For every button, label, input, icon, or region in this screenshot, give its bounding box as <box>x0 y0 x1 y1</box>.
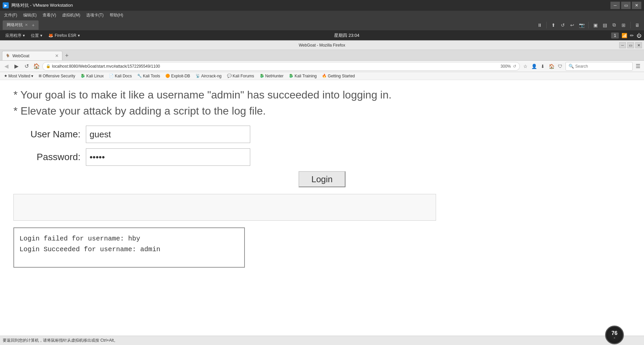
ff-win-controls: ─ ▭ ✕ <box>619 42 642 48</box>
login-button[interactable]: Login <box>299 171 345 187</box>
toolbar-pause-icon[interactable]: ⏸ <box>536 21 544 29</box>
toolbar-view3-icon[interactable]: ⧉ <box>610 21 618 29</box>
tab-favicon: 🐐 <box>6 54 10 58</box>
ff-reload-url-btn[interactable]: ↺ <box>513 64 516 69</box>
ff-menu-icon[interactable]: ☰ <box>634 62 642 70</box>
network-icon: 📶 <box>622 33 627 38</box>
ff-search-container: 🔍 <box>566 62 633 71</box>
bookmark-most-visited[interactable]: ★ Most Visited▾ <box>2 73 35 79</box>
apps-label: 应用程序 <box>5 33 21 39</box>
username-input[interactable] <box>86 126 250 143</box>
ff-zoom-level: 300% <box>498 64 513 69</box>
star-icon: ★ <box>4 74 7 78</box>
vm-tab-label: 网络对抗 <box>7 22 23 28</box>
menu-help[interactable]: 帮助(H) <box>107 12 126 19</box>
password-label: Password: <box>13 152 80 162</box>
toolbar-back-icon[interactable]: ↩ <box>568 21 576 29</box>
ff-reload-btn[interactable]: ↺ <box>22 62 31 71</box>
toolbar-sep-3 <box>630 22 631 28</box>
bookmark-kali-tools[interactable]: 🔧 Kali Tools <box>135 73 162 79</box>
bookmark-kali-docs[interactable]: 📄 Kali Docs <box>107 73 134 79</box>
menu-vm[interactable]: 虚拟机(M) <box>59 12 83 19</box>
bookmark-kali-forums[interactable]: 💬 Kali Forums <box>225 73 256 79</box>
ff-back-btn[interactable]: ◀ <box>2 62 11 71</box>
sys-panel-left: 应用程序 ▾ 位置 ▾ 🦊 Firefox ESR ▾ <box>3 32 83 39</box>
ff-profile-icon[interactable]: 👤 <box>530 62 538 70</box>
power-icon[interactable]: ⏻ <box>637 33 641 38</box>
page-content: * Your goal is to make it like a usernam… <box>0 80 644 345</box>
location-label: 位置 <box>31 33 39 39</box>
apps-menu[interactable]: 应用程序 ▾ <box>3 32 28 39</box>
ff-shield-icon[interactable]: 🛡 <box>556 62 564 70</box>
apps-arrow-icon: ▾ <box>23 33 25 38</box>
toolbar-view2-icon[interactable]: ▤ <box>601 21 609 29</box>
menu-view[interactable]: 查看(V) <box>40 12 59 19</box>
ff-close-btn[interactable]: ✕ <box>635 42 642 48</box>
ff-nav-bar: ◀ ▶ ↺ 🏠 🔒 localhost:8080/WebGoat/start.m… <box>0 61 644 72</box>
bookmark-exploit-db[interactable]: 🟠 Exploit-DB <box>163 73 192 79</box>
nethunter-icon: 🐉 <box>260 74 264 78</box>
ff-restore-btn[interactable]: ▭ <box>627 42 634 48</box>
password-input[interactable] <box>86 148 250 166</box>
menu-tabs[interactable]: 选项卡(T) <box>84 12 106 19</box>
toolbar-view4-icon[interactable]: ⊞ <box>620 21 628 29</box>
ff-url-text: localhost:8080/WebGoat/start.mvc#attack/… <box>52 64 498 69</box>
ff-url-bar[interactable]: 🔒 localhost:8080/WebGoat/start.mvc#attac… <box>42 62 520 71</box>
toolbar-view1-icon[interactable]: ▣ <box>591 21 599 29</box>
speed-unit: × <box>613 336 615 340</box>
bookmark-getting-started[interactable]: 🔥 Getting Started <box>320 73 357 79</box>
vm-tab-close[interactable]: ✕ <box>25 23 28 27</box>
ff-tab-bar: 🐐 WebGoat ✕ + <box>0 50 644 61</box>
ff-bookmarks-bar: ★ Most Visited▾ ⊞ Offensive Security 🐉 K… <box>0 72 644 80</box>
toolbar-refresh-icon[interactable]: ↺ <box>559 21 567 29</box>
ff-download-icon[interactable]: ⬇ <box>539 62 547 70</box>
firefox-window: WebGoat - Mozilla Firefox ─ ▭ ✕ 🐐 WebGoa… <box>0 40 644 345</box>
kali-forums-icon: 💬 <box>227 74 232 78</box>
ff-tab-close-btn[interactable]: ✕ <box>55 53 59 58</box>
location-arrow-icon: ▾ <box>40 33 42 38</box>
vmware-restore-btn[interactable]: ▭ <box>621 2 631 9</box>
firefox-window-title: WebGoat - Mozilla Firefox <box>299 43 345 48</box>
sys-panel-right: 1 📶 ✏ ⏻ <box>611 32 641 39</box>
toolbar-snapshot-icon[interactable]: 📷 <box>578 21 586 29</box>
ff-new-tab-btn[interactable]: + <box>62 51 71 60</box>
kali-tools-icon: 🔧 <box>137 74 142 78</box>
bookmark-offensive-security[interactable]: ⊞ Offensive Security <box>37 73 77 79</box>
aircrack-icon: 📡 <box>196 74 200 78</box>
menu-edit[interactable]: 编辑(E) <box>20 12 39 19</box>
ff-home-btn[interactable]: 🏠 <box>32 62 41 71</box>
bookmark-aircrack[interactable]: 📡 Aircrack-ng <box>194 73 224 79</box>
browser-menu[interactable]: 🦊 Firefox ESR ▾ <box>46 32 83 39</box>
toolbar-send-icon[interactable]: ⬆ <box>549 21 557 29</box>
bookmark-kali-training[interactable]: 🐉 Kali Training <box>287 73 319 79</box>
password-row: Password: <box>13 148 631 166</box>
ff-tab-webgoat[interactable]: 🐐 WebGoat ✕ <box>2 51 62 60</box>
toolbar-sep-1 <box>546 22 547 28</box>
vmware-toolbar: 网络对抗 ✕ + ⏸ ⬆ ↺ ↩ 📷 ▣ ▤ ⧉ ⊞ 🖥 <box>0 19 644 31</box>
workspace-indicator[interactable]: 1 <box>611 32 619 39</box>
exploit-db-icon: 🟠 <box>165 74 170 78</box>
bookmark-kali-linux[interactable]: 🐉 Kali Linux <box>78 73 106 79</box>
vmware-close-btn[interactable]: ✕ <box>632 2 641 9</box>
speedometer-widget: 76 × <box>605 326 624 344</box>
ff-bookmark-star-icon[interactable]: ☆ <box>521 62 529 70</box>
toolbar-monitor-icon[interactable]: 🖥 <box>633 21 641 29</box>
location-menu[interactable]: 位置 ▾ <box>28 32 45 39</box>
system-clock: 星期四 23:04 <box>334 32 359 39</box>
offensive-security-icon: ⊞ <box>39 74 42 78</box>
ff-forward-btn[interactable]: ▶ <box>12 62 21 71</box>
ff-home2-icon[interactable]: 🏠 <box>547 62 555 70</box>
pen-icon: ✏ <box>630 33 634 38</box>
menu-file[interactable]: 文件(F) <box>1 12 20 19</box>
instruction-line1: * Your goal is to make it like a usernam… <box>13 87 631 103</box>
log-box: Login failed for username: hby Login Suc… <box>13 227 245 268</box>
bookmark-nethunter[interactable]: 🐉 NetHunter <box>258 73 286 79</box>
vmware-minimize-btn[interactable]: ─ <box>610 2 620 9</box>
vmware-window-controls: ─ ▭ ✕ <box>610 2 641 9</box>
secure-icon: 🔒 <box>46 64 51 68</box>
ff-minimize-btn[interactable]: ─ <box>619 42 626 48</box>
ff-status-bar: 要返回到您的计算机，请将鼠标指针从虚拟机移出或按 Ctrl+Alt。 <box>0 336 644 345</box>
vmware-vm-tab[interactable]: 网络对抗 ✕ + <box>3 20 39 30</box>
vm-tab-add[interactable]: + <box>32 22 35 28</box>
search-input[interactable] <box>575 64 630 69</box>
